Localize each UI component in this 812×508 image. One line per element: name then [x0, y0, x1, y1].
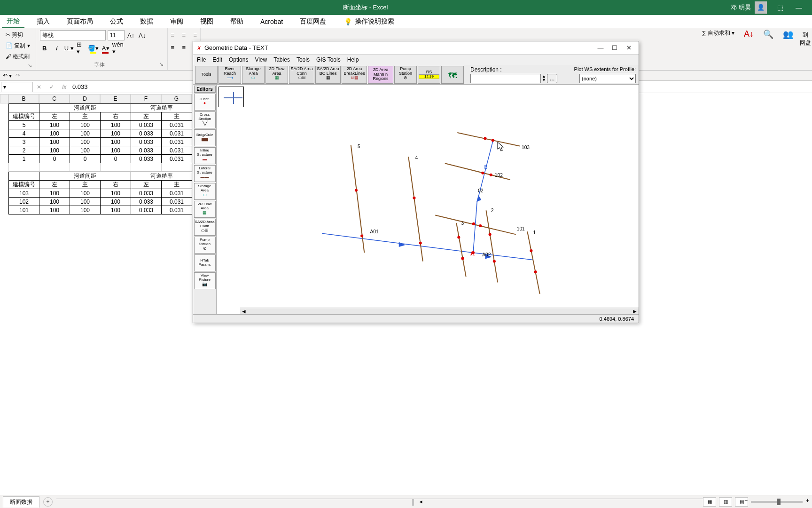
gd-rs-button[interactable]: RS12.99	[418, 66, 440, 84]
gd-close-icon[interactable]: ✕	[622, 44, 636, 51]
gd-sa2d-bclines-button[interactable]: SA/2D Area BC Lines▦	[315, 66, 341, 84]
col-header-G[interactable]: G	[161, 94, 192, 103]
bold-button[interactable]: B	[40, 43, 49, 53]
copy-button[interactable]: 📄 复制 ▾	[4, 41, 32, 51]
font-launcher-icon[interactable]: ↘	[159, 61, 164, 67]
tab-acrobat[interactable]: Acrobat	[256, 16, 288, 27]
gd-menu-edit[interactable]: Edit	[212, 56, 222, 63]
gd-pump-station-button[interactable]: Pump Station⊘	[394, 66, 417, 84]
scroll-right-arrow-icon[interactable]: ►	[632, 308, 638, 315]
fx-icon[interactable]: fx	[62, 84, 66, 90]
gd-plotws-select[interactable]: (none)	[579, 74, 636, 83]
select-all-corner[interactable]	[0, 94, 8, 103]
gd-maximize-icon[interactable]: ☐	[608, 44, 622, 51]
tab-view[interactable]: 视图	[195, 16, 218, 28]
gd-inline-button[interactable]: Inline Structure▬	[194, 147, 216, 164]
gd-minimize-icon[interactable]: —	[593, 44, 608, 51]
gd-menu-tools[interactable]: Tools	[297, 56, 310, 63]
find-select-icon[interactable]: 🔍	[763, 29, 773, 40]
zoom-slider[interactable]	[751, 501, 803, 503]
enter-formula-icon[interactable]: ✓	[49, 84, 54, 90]
gd-description-browse-button[interactable]: ...	[547, 74, 557, 83]
name-box[interactable]: ▾	[1, 82, 33, 92]
gd-junct-button[interactable]: Junct.●	[194, 94, 216, 111]
col-header-F[interactable]: F	[131, 94, 161, 103]
font-size-select[interactable]	[108, 30, 125, 40]
align-bottom-icon[interactable]: ≡	[190, 30, 200, 40]
font-name-select[interactable]	[40, 30, 106, 40]
gd-2dflow-button[interactable]: 2D Flow Area▦	[265, 66, 288, 84]
tab-baidu[interactable]: 百度网盘	[295, 16, 331, 28]
autosum-button[interactable]: ∑ 自动求和 ▾	[702, 29, 734, 37]
gd-menu-help[interactable]: Help	[347, 56, 359, 63]
fill-color-button[interactable]: 🪣 ▾	[89, 43, 98, 53]
scroll-left-arrow-icon[interactable]: ◄	[241, 308, 247, 315]
gd-background-button[interactable]: 🗺	[441, 66, 464, 84]
tab-scroll-split[interactable]	[412, 499, 414, 506]
gd-spin-icon[interactable]: ▲▼	[542, 75, 546, 81]
gd-menu-file[interactable]: File	[197, 56, 206, 63]
gd-sa2d-conn-button[interactable]: SA/2D Area Conn⬭▦	[289, 66, 314, 84]
gd-menu-tables[interactable]: Tables	[273, 56, 290, 63]
tab-insert[interactable]: 插入	[32, 16, 55, 28]
col-header-D[interactable]: D	[70, 94, 100, 103]
decrease-font-icon[interactable]: A↓	[138, 31, 147, 40]
gd-canvas[interactable]: A01 A02 B 02 J1 5	[217, 85, 639, 314]
gd-menu-view[interactable]: View	[255, 56, 267, 63]
tab-layout[interactable]: 页面布局	[62, 16, 98, 28]
format-painter-button[interactable]: 🖌 格式刷	[4, 52, 32, 62]
add-sheet-button[interactable]: +	[43, 497, 53, 507]
gd-hscrollbar[interactable]: ◄ ►	[240, 308, 639, 314]
tell-me-search[interactable]: 💡 操作说明搜索	[344, 17, 394, 26]
minimize-icon[interactable]: —	[789, 0, 808, 15]
tab-review[interactable]: 审阅	[165, 16, 188, 28]
col-header-E[interactable]: E	[100, 94, 131, 103]
align-middle-icon[interactable]: ≡	[179, 30, 188, 40]
col-header-C[interactable]: C	[39, 94, 70, 103]
gd-description-input[interactable]	[470, 74, 541, 83]
redo-icon[interactable]: ↷	[16, 72, 20, 79]
align-left-icon[interactable]: ≡	[168, 42, 177, 52]
ribbon-display-icon[interactable]: ⬚	[771, 0, 789, 15]
gd-mann-regions-button[interactable]: 2D Area Mann n Regions	[368, 66, 393, 84]
phonetic-button[interactable]: wén ▾	[113, 43, 123, 53]
gd-storage-area-button[interactable]: Storage Area⬭	[242, 66, 265, 84]
gd-tools-button[interactable]: Tools	[195, 66, 218, 84]
gd-pump-editor-button[interactable]: Pump Station⊘	[194, 237, 216, 254]
gd-breaklines-button[interactable]: 2D Area BreakLines≋▦	[342, 66, 367, 84]
align-top-icon[interactable]: ≡	[168, 30, 177, 40]
gd-brdgculv-button[interactable]: Brdg/Culv▅▅	[194, 129, 216, 146]
normal-view-icon[interactable]: ▦	[703, 497, 716, 507]
sheet-tab[interactable]: 断面数据	[3, 496, 39, 508]
align-center-icon[interactable]: ≡	[179, 42, 188, 52]
scroll-left-icon[interactable]: ◄	[419, 499, 423, 504]
gd-river-reach-button[interactable]: River Reach⟶	[219, 66, 241, 84]
gd-titlebar[interactable]: ｘ Geometric Data - TEXT — ☐ ✕	[193, 41, 639, 55]
gd-htab-button[interactable]: HTab Param.	[194, 254, 216, 271]
clipboard-launcher-icon[interactable]: ↘	[4, 63, 32, 69]
gd-cross-section-button[interactable]: Cross Section╲╱	[194, 111, 216, 128]
col-header-B[interactable]: B	[8, 94, 39, 103]
gd-sa2d-editor-button[interactable]: SA/2D Area Conn⬭▦	[194, 219, 216, 236]
gd-storage-editor-button[interactable]: Storage Area⬭	[194, 183, 216, 200]
tab-help[interactable]: 帮助	[226, 16, 248, 28]
underline-button[interactable]: U ▾	[64, 43, 74, 53]
page-layout-view-icon[interactable]: ▥	[719, 497, 732, 507]
border-button[interactable]: ⊞ ▾	[77, 43, 86, 53]
gd-2dflow-editor-button[interactable]: 2D Flow Area▦	[194, 201, 216, 218]
cut-button[interactable]: ✂ 剪切	[4, 30, 32, 40]
tab-home[interactable]: 开始	[2, 15, 24, 28]
gd-menu-options[interactable]: Options	[229, 56, 248, 63]
undo-icon[interactable]: ↶ ▾	[3, 72, 12, 79]
user-avatar-icon[interactable]: 👤	[755, 1, 767, 14]
tab-formulas[interactable]: 公式	[105, 16, 128, 28]
gd-viewpic-button[interactable]: View Picture📷	[194, 272, 216, 289]
italic-button[interactable]: I	[52, 43, 62, 53]
increase-font-icon[interactable]: A↑	[126, 31, 136, 40]
sort-filter-icon[interactable]: A↓	[744, 29, 754, 39]
gd-lateral-button[interactable]: Lateral Structure▬▬	[194, 165, 216, 182]
gd-menu-gistools[interactable]: GIS Tools	[316, 56, 341, 63]
cancel-formula-icon[interactable]: ✕	[37, 84, 41, 90]
share-icon[interactable]: 👥	[783, 29, 793, 40]
font-color-button[interactable]: A ▾	[101, 43, 110, 53]
